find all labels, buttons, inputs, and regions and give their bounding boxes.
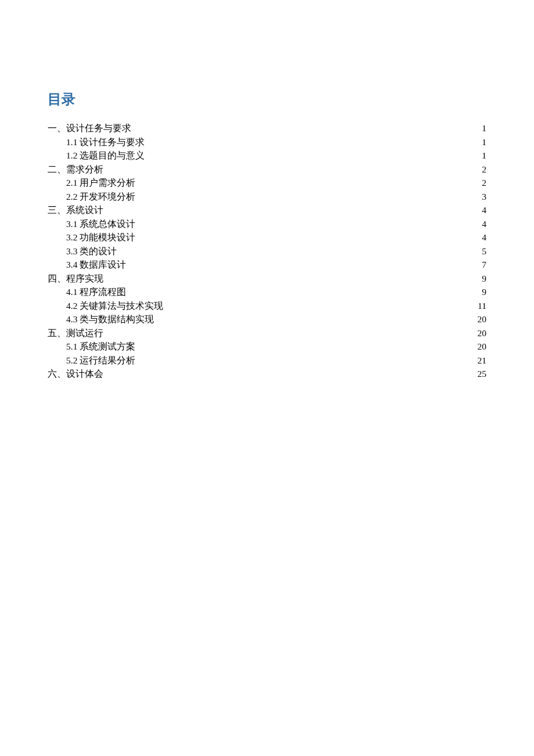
toc-entry[interactable]: 2.1 用户需求分析2 (48, 176, 486, 190)
toc-entry-label: 二、需求分析 (48, 163, 103, 177)
toc-entry[interactable]: 4.3 类与数据结构实现20 (48, 312, 486, 326)
toc-container: 一、设计任务与要求11.1 设计任务与要求11.2 选题目的与意义1二、需求分析… (48, 121, 486, 381)
toc-entry[interactable]: 3.3 类的设计5 (48, 244, 486, 258)
toc-entry-label: 三、系统设计 (48, 203, 103, 217)
toc-entry[interactable]: 1.2 选题目的与意义1 (48, 149, 486, 163)
toc-entry-label: 六、设计体会 (48, 367, 103, 381)
toc-entry[interactable]: 四、程序实现9 (48, 272, 486, 286)
toc-entry[interactable]: 二、需求分析2 (48, 163, 486, 177)
toc-entry[interactable]: 3.1 系统总体设计4 (48, 217, 486, 231)
toc-entry-label: 四、程序实现 (48, 272, 103, 286)
toc-entry-page: 4 (482, 217, 486, 231)
toc-entry[interactable]: 1.1 设计任务与要求1 (48, 135, 486, 149)
toc-entry-page: 20 (478, 326, 487, 340)
toc-entry-label: 1.1 设计任务与要求 (66, 135, 145, 149)
toc-entry-label: 3.1 系统总体设计 (66, 217, 135, 231)
toc-entry[interactable]: 3.4 数据库设计7 (48, 258, 486, 272)
toc-entry-label: 5.1 系统测试方案 (66, 340, 135, 354)
toc-entry-page: 1 (482, 135, 486, 149)
toc-entry-page: 3 (482, 190, 486, 204)
toc-entry[interactable]: 4.1 程序流程图9 (48, 285, 486, 299)
toc-entry-page: 2 (482, 176, 486, 190)
toc-entry-label: 3.4 数据库设计 (66, 258, 126, 272)
toc-entry-label: 1.2 选题目的与意义 (66, 149, 145, 163)
toc-entry-page: 21 (478, 354, 487, 368)
toc-entry-page: 9 (482, 285, 486, 299)
toc-entry-page: 1 (482, 121, 486, 135)
toc-entry[interactable]: 六、设计体会25 (48, 367, 486, 381)
toc-entry-label: 4.3 类与数据结构实现 (66, 312, 154, 326)
toc-entry-label: 2.1 用户需求分析 (66, 176, 135, 190)
toc-entry[interactable]: 一、设计任务与要求1 (48, 121, 486, 135)
toc-entry-label: 五、测试运行 (48, 326, 103, 340)
toc-entry-label: 5.2 运行结果分析 (66, 354, 135, 368)
toc-title: 目录 (48, 90, 486, 109)
toc-entry-page: 4 (482, 203, 486, 217)
toc-entry[interactable]: 三、系统设计4 (48, 203, 486, 217)
toc-entry-label: 4.2 关键算法与技术实现 (66, 299, 163, 313)
toc-entry-label: 3.2 功能模块设计 (66, 231, 135, 244)
toc-entry-label: 2.2 开发环境分析 (66, 190, 135, 204)
toc-entry-label: 一、设计任务与要求 (48, 121, 131, 135)
toc-entry-page: 20 (478, 312, 487, 326)
toc-entry-page: 20 (478, 340, 487, 354)
toc-entry-label: 3.3 类的设计 (66, 244, 117, 258)
toc-entry-page: 25 (478, 367, 487, 381)
toc-entry[interactable]: 3.2 功能模块设计4 (48, 231, 486, 244)
toc-entry-page: 4 (482, 231, 486, 244)
toc-entry[interactable]: 4.2 关键算法与技术实现11 (48, 299, 486, 313)
toc-entry-page: 11 (478, 299, 486, 313)
toc-entry[interactable]: 2.2 开发环境分析3 (48, 190, 486, 204)
toc-entry[interactable]: 五、测试运行20 (48, 326, 486, 340)
toc-entry-page: 1 (482, 149, 486, 163)
toc-entry-page: 7 (482, 258, 486, 272)
toc-entry[interactable]: 5.1 系统测试方案20 (48, 340, 486, 354)
toc-entry-page: 9 (482, 272, 486, 286)
toc-entry-page: 2 (482, 163, 486, 177)
toc-entry-label: 4.1 程序流程图 (66, 285, 126, 299)
toc-entry[interactable]: 5.2 运行结果分析21 (48, 354, 486, 368)
toc-entry-page: 5 (482, 244, 486, 258)
